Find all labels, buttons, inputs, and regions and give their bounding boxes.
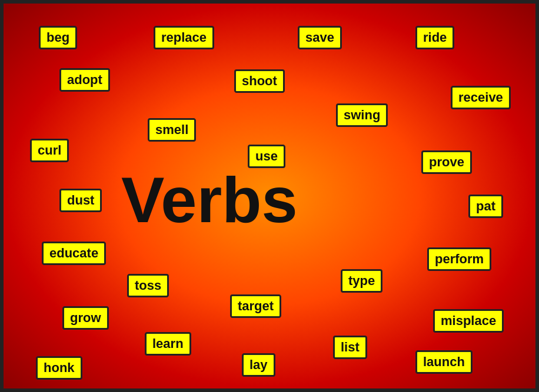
verb-word-prove: prove [421,150,472,174]
verb-word-receive: receive [451,86,511,109]
verb-word-swing: swing [336,103,388,127]
verb-word-dust: dust [59,189,102,212]
verb-word-type: type [341,269,382,293]
verb-word-shoot: shoot [234,69,285,93]
verb-word-launch: launch [415,350,473,374]
verb-word-beg: beg [39,26,77,49]
verb-word-pat: pat [468,195,503,218]
main-canvas: Verbs begreplacesaverideadoptshootreceiv… [0,0,539,392]
verb-word-honk: honk [36,356,82,380]
verb-word-grow: grow [62,306,109,330]
verb-word-learn: learn [145,332,191,356]
verb-word-use: use [248,145,285,168]
verb-word-replace: replace [154,26,214,49]
verb-word-ride: ride [415,26,454,49]
verb-word-save: save [298,26,342,49]
verb-word-target: target [230,294,281,318]
verb-word-curl: curl [30,139,69,162]
verb-word-smell: smell [148,118,196,142]
page-title: Verbs [121,162,298,237]
verb-word-educate: educate [42,242,106,265]
verb-word-list: list [333,336,367,359]
verb-word-perform: perform [427,247,491,271]
verb-word-lay: lay [242,353,275,377]
verb-word-adopt: adopt [59,68,110,92]
verb-word-misplace: misplace [433,309,504,333]
verb-word-toss: toss [127,274,169,297]
